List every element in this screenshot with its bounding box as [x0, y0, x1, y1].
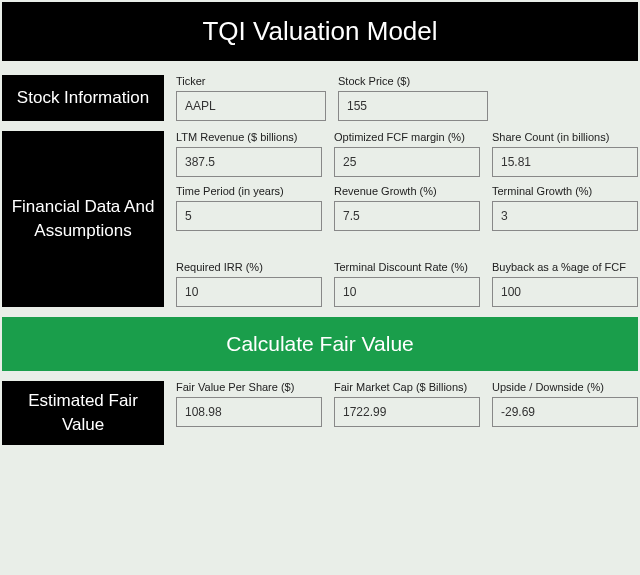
rev-growth-input[interactable]: [334, 201, 480, 231]
ticker-input[interactable]: [176, 91, 326, 121]
term-growth-label: Terminal Growth (%): [492, 185, 638, 197]
assumptions-heading: Financial Data And Assumptions: [2, 131, 164, 307]
fmc-output: [334, 397, 480, 427]
assumptions-section: Financial Data And Assumptions LTM Reven…: [2, 131, 638, 307]
time-period-label: Time Period (in years): [176, 185, 322, 197]
results-section: Estimated Fair Value Fair Value Per Shar…: [2, 381, 638, 445]
term-disc-label: Terminal Discount Rate (%): [334, 261, 480, 273]
buyback-label: Buyback as a %age of FCF: [492, 261, 638, 273]
buyback-input[interactable]: [492, 277, 638, 307]
term-growth-input[interactable]: [492, 201, 638, 231]
upside-label: Upside / Downside (%): [492, 381, 638, 393]
time-period-input[interactable]: [176, 201, 322, 231]
page-title: TQI Valuation Model: [2, 2, 638, 61]
term-disc-input[interactable]: [334, 277, 480, 307]
stock-info-section: Stock Information Ticker Stock Price ($): [2, 75, 638, 121]
results-heading: Estimated Fair Value: [2, 381, 164, 445]
share-count-label: Share Count (in billions): [492, 131, 638, 143]
upside-output: [492, 397, 638, 427]
fmc-label: Fair Market Cap ($ Billions): [334, 381, 480, 393]
rev-growth-label: Revenue Growth (%): [334, 185, 480, 197]
ltm-rev-input[interactable]: [176, 147, 322, 177]
ticker-label: Ticker: [176, 75, 326, 87]
irr-label: Required IRR (%): [176, 261, 322, 273]
fvps-output: [176, 397, 322, 427]
calculate-button[interactable]: Calculate Fair Value: [2, 317, 638, 371]
stock-price-label: Stock Price ($): [338, 75, 488, 87]
ltm-rev-label: LTM Revenue ($ billions): [176, 131, 322, 143]
stock-price-input[interactable]: [338, 91, 488, 121]
fcf-margin-input[interactable]: [334, 147, 480, 177]
fcf-margin-label: Optimized FCF margin (%): [334, 131, 480, 143]
stock-info-heading: Stock Information: [2, 75, 164, 121]
irr-input[interactable]: [176, 277, 322, 307]
fvps-label: Fair Value Per Share ($): [176, 381, 322, 393]
share-count-input[interactable]: [492, 147, 638, 177]
